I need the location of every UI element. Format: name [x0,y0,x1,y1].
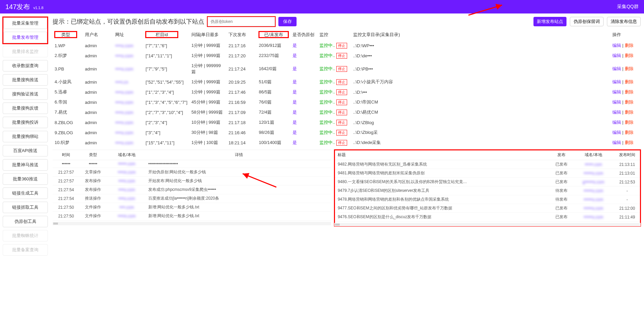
sidebar-item-sogou-verify[interactable]: 搜狗验证推送 [3,88,48,100]
delete-link[interactable]: 删除 [625,140,634,145]
cell-url[interactable]: ••••o.com [113,97,144,107]
stop-button[interactable]: 停止 [336,140,347,146]
sidebar-item-beian-query[interactable]: 批量备案查询 [3,244,48,256]
cell-url[interactable]: ••••o.com [113,51,144,61]
table-row[interactable]: 3.PBadmin••••o.com["7","9","5"]1分钟 | 999… [53,61,641,77]
table-row[interactable]: 10.织梦admin••••o.com["15","14","11"]1分钟 |… [53,138,641,148]
stop-button[interactable]: 停止 [336,99,347,105]
log-row: 9481.网络营销与网络营销的差别米拓采集伪原创已发布••••••o.com21… [334,169,641,178]
cell-url[interactable]: ••••o.com [113,138,144,148]
sidebar: 批量采集管理 批量发布管理 批量排名监控 收录数据查询 批量搜狗推送 搜狗验证推… [0,13,51,262]
save-button[interactable]: 保存 [278,17,297,26]
cell-url[interactable]: ••••o.com [113,127,144,138]
stop-button[interactable]: 停止 [336,110,347,115]
cell-pub: 86/5篇 [257,87,290,97]
clear-button[interactable]: 清除发布信息 [607,17,641,26]
cell-monitor: 监控中.. 停止 [317,138,351,148]
sidebar-item-link-crawl[interactable]: 链接抓取工具 [3,202,48,213]
log-row: 9477.SEO和SEM之间的区别和优劣势有哪些_站群发布千万数据已发布••••… [334,204,641,213]
cell-type: 8.ZBLOG [53,117,83,127]
cell-pub: 100/1400篇 [257,138,290,148]
log-left-scrollbar[interactable] [53,222,331,225]
stop-button[interactable]: 停止 [336,89,347,95]
stop-button[interactable]: 停止 [336,120,347,125]
stop-button[interactable]: 停止 [336,79,347,85]
cell-pub: 2232/75篇 [257,51,290,61]
edit-link[interactable]: 编辑 [612,110,621,115]
table-row[interactable]: 2.织梦admin••••o.com["14","11","1"]1分钟 | 9… [53,51,641,61]
delete-link[interactable]: 删除 [625,99,634,105]
cell-user: admin [83,77,113,87]
table-row[interactable]: 1.WPadmin••••o.com["7","1","6"]1分钟 | 999… [53,40,641,51]
add-site-button[interactable]: 新增发布站点 [533,17,566,26]
edit-link[interactable]: 编辑 [612,66,621,71]
cell-monitor: 监控中.. 停止 [317,77,351,87]
cell-url[interactable]: ••••i.cn [113,77,144,87]
sidebar-item-rank-monitor[interactable]: 批量排名监控 [3,46,48,57]
sidebar-item-360-push[interactable]: 批量360推送 [3,173,48,185]
log-left-table: 时间 类型 域名/本地 详情 ••••••••••••••••••.com•••… [53,150,331,221]
table-row[interactable]: 8.ZBLOGadmin••••n.com["2","3","4"]10分钟 |… [53,117,641,127]
cell-type: 3.PB [53,61,83,77]
cell-url[interactable]: ••••o.com [113,61,144,77]
log-row: ••••••••••••••••••.com••••••••••••••••••… [53,160,331,168]
table-row[interactable]: 4.小旋风admin••••i.cn["52","51","54","55"]1… [53,77,641,87]
sidebar-item-pseudo-tool[interactable]: 伪原创工具 [3,216,48,227]
delete-link[interactable]: 删除 [625,66,634,71]
col-url: 网址 [113,29,144,40]
edit-link[interactable]: 编辑 [612,43,621,48]
delete-link[interactable]: 删除 [625,120,634,125]
cell-interval: 58分钟 | 9999篇 [189,107,226,117]
edit-link[interactable]: 编辑 [612,130,621,135]
qq-group-link[interactable]: 采集QQ群 [617,4,639,10]
sidebar-item-sogou-push[interactable]: 批量搜狗推送 [3,74,48,86]
cell-pub: 1642/0篇 [257,61,290,77]
delete-link[interactable]: 删除 [625,89,634,94]
edit-link[interactable]: 编辑 [612,79,621,84]
edit-link[interactable]: 编辑 [612,120,621,125]
cell-next: 21:16:59 [226,97,257,107]
sidebar-item-spider-stat[interactable]: 批量蜘蛛统计 [3,230,48,241]
cell-url[interactable]: ••••n.com [113,107,144,117]
delete-link[interactable]: 删除 [625,53,634,58]
cell-op: 编辑 | 删除 [610,127,641,138]
table-row[interactable]: 9.ZBLOGadmin••••o.com["3","4"]30分钟 | 98篇… [53,127,641,138]
stop-button[interactable]: 停止 [336,43,347,49]
delete-link[interactable]: 删除 [625,130,634,135]
edit-link[interactable]: 编辑 [612,99,621,105]
delete-link[interactable]: 删除 [625,79,634,84]
table-row[interactable]: 6.帝国admin••••o.com["1","3","4","5","6","… [53,97,641,107]
sidebar-item-sogou-complain[interactable]: 批量搜狗投诉 [3,117,48,128]
sidebar-item-batch-publish[interactable]: 批量发布管理 [3,32,47,43]
table-row[interactable]: 5.迅睿admin••••o.com["1","2","3","4"]1分钟 |… [53,87,641,97]
edit-link[interactable]: 编辑 [612,53,621,58]
cell-colid: ["1","2","3","4"] [144,87,189,97]
stop-button[interactable]: 停止 [336,66,347,72]
edit-link[interactable]: 编辑 [612,140,621,145]
log-row: 9480.一文看懂SEO和SEM的关系与区别,以及你的B2B外贸独立站究竟…已发… [334,178,641,186]
preserve-button[interactable]: 伪原创保留词 [570,17,604,26]
log-right-scrollbar[interactable] [334,223,641,226]
token-input[interactable] [208,17,275,26]
sidebar-item-shenma-push[interactable]: 批量神马推送 [3,159,48,171]
col-monitor: 监控 [317,29,351,40]
sidebar-item-link-gen[interactable]: 链接生成工具 [3,187,48,199]
sidebar-item-sogou-feedback[interactable]: 批量搜狗反馈 [3,103,48,114]
cell-url[interactable]: ••••o.com [113,40,144,51]
delete-link[interactable]: 删除 [625,43,634,48]
sidebar-item-baidu-api[interactable]: 百度API推送 [3,145,48,156]
cell-op: 编辑 | 删除 [610,77,641,87]
sidebar-item-batch-collect[interactable]: 批量采集管理 [3,18,47,29]
edit-link[interactable]: 编辑 [612,89,621,94]
table-row[interactable]: 7.易优admin••••n.com["2","7","3","10","4"]… [53,107,641,117]
stop-button[interactable]: 停止 [336,130,347,136]
sidebar-item-sogou-bind[interactable]: 批量搜狗绑站 [3,131,48,142]
cell-url[interactable]: ••••o.com [113,87,144,97]
stop-button[interactable]: 停止 [336,53,347,59]
cell-dir: ..\D:\帝国CM [351,97,610,107]
cell-url[interactable]: ••••n.com [113,117,144,127]
cell-dir: ..\D:\易优CM [351,107,610,117]
cell-interval: 1分钟 | 9999篇 [189,51,226,61]
delete-link[interactable]: 删除 [625,110,634,115]
sidebar-item-index-query[interactable]: 收录数据查询 [3,60,48,71]
